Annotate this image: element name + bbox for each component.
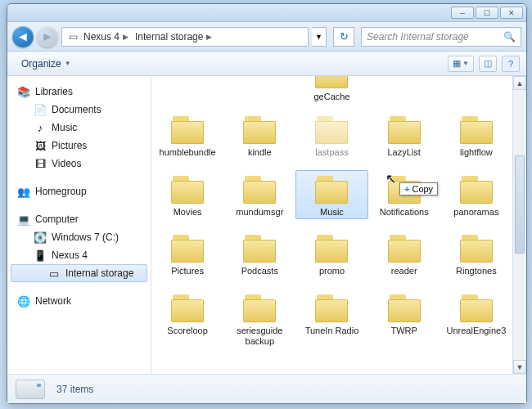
folder-label: TuneIn Radio bbox=[299, 326, 364, 336]
folder-icon bbox=[385, 231, 424, 264]
sidebar-videos[interactable]: 🎞Videos bbox=[7, 155, 151, 173]
folder-view[interactable]: geCache humblebundlekindlelastpassLazyLi… bbox=[151, 76, 512, 374]
view-icon: ▦ bbox=[453, 58, 461, 69]
folder-icon bbox=[312, 291, 351, 324]
close-button[interactable]: ✕ bbox=[500, 7, 523, 19]
folder-icon bbox=[240, 113, 279, 146]
sidebar-libraries[interactable]: 📚Libraries bbox=[7, 83, 151, 101]
breadcrumb-device[interactable]: Nexus 4▶ bbox=[80, 28, 132, 46]
vertical-scrollbar[interactable]: ▲ ▼ bbox=[512, 76, 526, 374]
sidebar-network[interactable]: 🌐Network bbox=[7, 292, 151, 310]
arrow-left-icon: ◄ bbox=[16, 29, 29, 44]
scroll-track[interactable] bbox=[513, 90, 526, 360]
sidebar-computer[interactable]: 💻Computer bbox=[7, 210, 151, 228]
scroll-up-button[interactable]: ▲ bbox=[513, 76, 526, 90]
drag-tooltip: + Copy bbox=[399, 182, 438, 196]
scroll-down-button[interactable]: ▼ bbox=[513, 360, 526, 374]
folder-icon bbox=[385, 291, 424, 324]
phone-icon: 📱 bbox=[34, 249, 47, 262]
folder-item[interactable]: reader bbox=[368, 229, 440, 279]
folder-label: panoramas bbox=[444, 207, 509, 218]
disk-icon: 💽 bbox=[34, 231, 47, 244]
titlebar[interactable]: ─ ☐ ✕ bbox=[7, 4, 526, 22]
arrow-right-icon: ► bbox=[41, 29, 54, 44]
maximize-button[interactable]: ☐ bbox=[476, 7, 498, 19]
preview-pane-button[interactable]: ◫ bbox=[479, 56, 497, 72]
scroll-thumb[interactable] bbox=[515, 155, 525, 254]
sidebar-pictures[interactable]: 🖼Pictures bbox=[7, 137, 151, 155]
folder-label: Ringtones bbox=[444, 266, 509, 276]
folder-item[interactable]: panoramas bbox=[440, 170, 512, 220]
folder-item[interactable]: promo bbox=[295, 229, 367, 279]
music-icon: ♪ bbox=[34, 121, 47, 134]
folder-item[interactable]: UnrealEngine3 bbox=[440, 289, 512, 348]
documents-icon: 📄 bbox=[34, 103, 47, 116]
folder-icon bbox=[168, 231, 207, 264]
folder-item[interactable]: Movies bbox=[151, 170, 223, 220]
pictures-icon: 🖼 bbox=[34, 139, 47, 152]
folder-item[interactable]: Ringtones bbox=[440, 229, 512, 279]
breadcrumb-location[interactable]: Internal storage▶ bbox=[132, 28, 215, 46]
computer-icon: 💻 bbox=[17, 213, 30, 226]
folder-label: mundumsgr bbox=[227, 207, 292, 218]
minimize-button[interactable]: ─ bbox=[451, 7, 474, 19]
folder-icon bbox=[457, 113, 496, 146]
refresh-icon: ↻ bbox=[340, 30, 349, 43]
navigation-bar: ◄ ► ▭ Nexus 4▶ Internal storage▶ ▼ ↻ Sea… bbox=[7, 22, 526, 52]
folder-item[interactable]: Podcasts bbox=[223, 229, 295, 279]
forward-button[interactable]: ► bbox=[37, 26, 58, 47]
folder-item[interactable]: lightflow bbox=[440, 110, 512, 160]
folder-item[interactable]: Scoreloop bbox=[151, 289, 223, 348]
view-button[interactable]: ▦▼ bbox=[448, 56, 474, 72]
drive-icon bbox=[16, 380, 45, 399]
history-dropdown[interactable]: ▼ bbox=[312, 27, 327, 47]
folder-label: seriesguide backup bbox=[227, 326, 292, 346]
sidebar-internal-storage[interactable]: ▭Internal storage bbox=[11, 264, 147, 282]
sidebar-music[interactable]: ♪Music bbox=[7, 119, 151, 137]
folder-label: Notifications bbox=[372, 207, 437, 218]
folder-label: lastpass bbox=[299, 147, 364, 158]
sidebar-homegroup[interactable]: 👥Homegroup bbox=[7, 182, 151, 200]
folder-item[interactable]: lastpass bbox=[295, 110, 367, 160]
folder-item[interactable]: TuneIn Radio bbox=[295, 289, 367, 348]
folder-item[interactable]: humblebundle bbox=[151, 110, 223, 160]
breadcrumb[interactable]: ▭ Nexus 4▶ Internal storage▶ bbox=[61, 27, 309, 47]
refresh-button[interactable]: ↻ bbox=[333, 27, 354, 47]
search-placeholder: Search Internal storage bbox=[367, 31, 469, 43]
homegroup-icon: 👥 bbox=[17, 185, 30, 198]
folder-icon bbox=[312, 231, 351, 264]
folder-label: LazyList bbox=[372, 147, 437, 158]
folder-icon bbox=[312, 173, 351, 205]
folder-item[interactable]: LazyList bbox=[368, 110, 440, 160]
plus-icon: + bbox=[404, 184, 409, 194]
folder-label: UnrealEngine3 bbox=[444, 326, 509, 336]
sidebar-documents[interactable]: 📄Documents bbox=[7, 101, 151, 119]
videos-icon: 🎞 bbox=[34, 157, 47, 170]
folder-label: lightflow bbox=[444, 147, 509, 158]
pane-icon: ◫ bbox=[484, 58, 492, 69]
sidebar-cdrive[interactable]: 💽Windows 7 (C:) bbox=[7, 228, 151, 246]
folder-item[interactable]: Music bbox=[295, 170, 367, 220]
folder-item[interactable]: mundumsgr bbox=[223, 170, 295, 220]
folder-icon bbox=[168, 173, 207, 205]
folder-item[interactable]: Pictures bbox=[151, 229, 223, 279]
item-count: 37 items bbox=[56, 384, 93, 395]
folder-icon bbox=[312, 113, 351, 146]
folder-item[interactable]: kindle bbox=[223, 110, 295, 160]
folder-label: reader bbox=[372, 266, 437, 276]
organize-button[interactable]: Organize ▼ bbox=[14, 55, 79, 73]
navigation-pane: 📚Libraries 📄Documents ♪Music 🖼Pictures 🎞… bbox=[7, 76, 151, 374]
folder-icon bbox=[385, 113, 424, 146]
folder-item[interactable]: TWRP bbox=[368, 289, 440, 348]
folder-icon bbox=[168, 113, 207, 146]
help-button[interactable]: ? bbox=[502, 56, 520, 72]
folder-icon bbox=[240, 291, 279, 324]
folder-label: Podcasts bbox=[227, 266, 292, 276]
search-input[interactable]: Search Internal storage 🔍 bbox=[361, 27, 521, 47]
folder-item[interactable]: geCache bbox=[295, 76, 367, 105]
folder-icon bbox=[457, 231, 496, 264]
folder-item[interactable]: seriesguide backup bbox=[223, 289, 295, 348]
back-button[interactable]: ◄ bbox=[12, 26, 34, 47]
network-icon: 🌐 bbox=[17, 294, 30, 308]
sidebar-device[interactable]: 📱Nexus 4 bbox=[7, 246, 151, 264]
